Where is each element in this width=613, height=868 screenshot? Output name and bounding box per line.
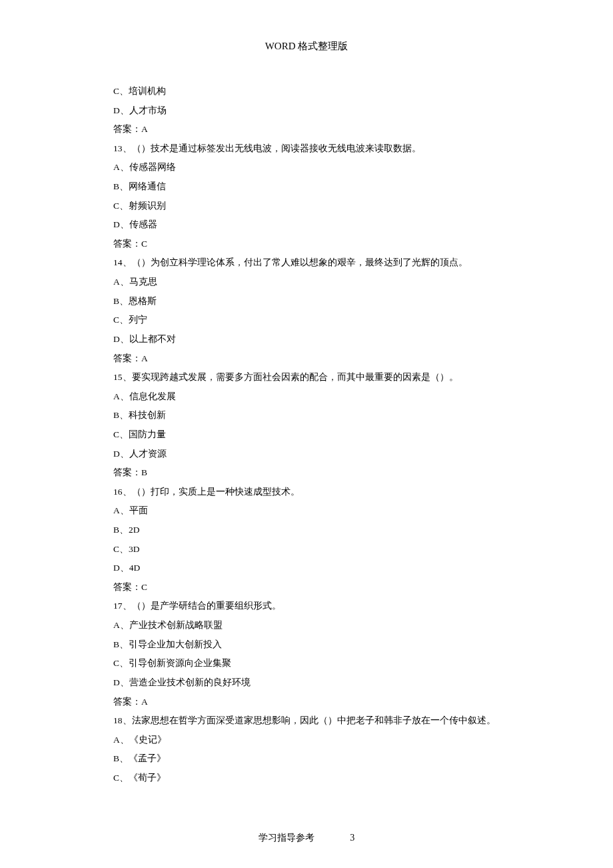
question-line: 17、（）是产学研结合的重要组织形式。 (113, 597, 500, 616)
text-line: A、《史记》 (113, 731, 500, 750)
text-line: D、人才资源 (113, 445, 500, 464)
answer-line: 答案：B (113, 463, 500, 483)
text-line: B、2D (113, 521, 500, 540)
page-number: 3 (350, 833, 354, 843)
question-line: 16、（）打印，实质上是一种快速成型技术。 (113, 483, 500, 502)
text-line: D、传感器 (113, 215, 500, 235)
text-line: D、以上都不对 (113, 330, 500, 349)
question-line: 18、法家思想在哲学方面深受道家思想影响，因此（）中把老子和韩非子放在一个传中叙… (113, 711, 500, 731)
text-line: A、传感器网络 (113, 158, 500, 177)
text-line: D、4D (113, 559, 500, 578)
page-footer: 学习指导参考 3 (0, 832, 613, 844)
footer-label: 学习指导参考 (259, 832, 314, 844)
document-body: C、培训机构 D、人才市场 答案：A 13、（）技术是通过标签发出无线电波，阅读… (113, 82, 500, 788)
text-line: A、信息化发展 (113, 387, 500, 407)
text-line: C、3D (113, 540, 500, 559)
question-line: 13、（）技术是通过标签发出无线电波，阅读器接收无线电波来读取数据。 (113, 139, 500, 159)
answer-line: 答案：A (113, 349, 500, 369)
text-line: A、产业技术创新战略联盟 (113, 616, 500, 635)
text-line: A、平面 (113, 501, 500, 521)
answer-line: 答案：A (113, 120, 500, 139)
text-line: B、恩格斯 (113, 292, 500, 311)
text-line: B、科技创新 (113, 406, 500, 425)
text-line: B、网络通信 (113, 177, 500, 197)
answer-line: 答案：C (113, 578, 500, 597)
answer-line: 答案：A (113, 693, 500, 712)
text-line: D、人才市场 (113, 101, 500, 121)
text-line: C、培训机构 (113, 82, 500, 101)
text-line: B、《孟子》 (113, 749, 500, 769)
question-line: 14、（）为创立科学理论体系，付出了常人难以想象的艰辛，最终达到了光辉的顶点。 (113, 253, 500, 273)
text-line: C、国防力量 (113, 425, 500, 445)
text-line: C、《荀子》 (113, 769, 500, 788)
document-page: WORD 格式整理版 C、培训机构 D、人才市场 答案：A 13、（）技术是通过… (0, 0, 613, 868)
text-line: C、列宁 (113, 311, 500, 330)
text-line: A、马克思 (113, 273, 500, 292)
text-line: D、营造企业技术创新的良好环境 (113, 673, 500, 693)
text-line: C、引导创新资源向企业集聚 (113, 654, 500, 673)
page-header: WORD 格式整理版 (113, 40, 500, 53)
text-line: B、引导企业加大创新投入 (113, 635, 500, 655)
question-line: 15、要实现跨越式发展，需要多方面社会因素的配合，而其中最重要的因素是（）。 (113, 368, 500, 387)
text-line: C、射频识别 (113, 197, 500, 216)
answer-line: 答案：C (113, 235, 500, 254)
